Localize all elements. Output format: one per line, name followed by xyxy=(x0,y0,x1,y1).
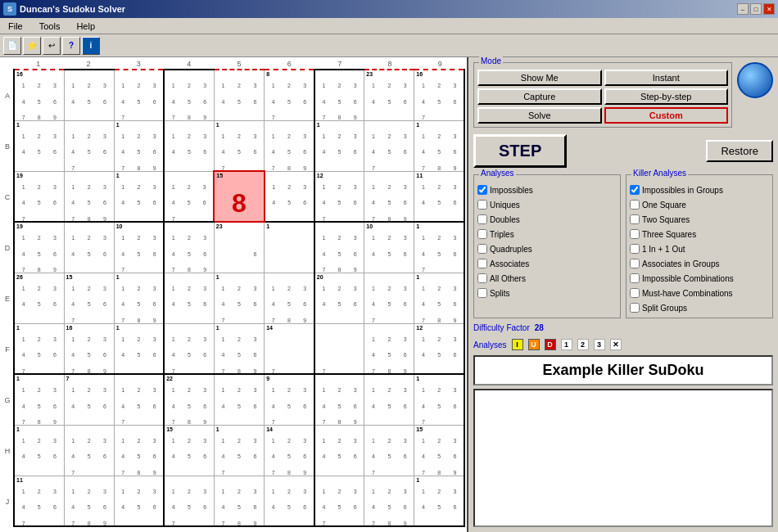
cell-4-5[interactable]: 123456789 xyxy=(265,273,314,323)
cell-0-6[interactable]: 123456789 xyxy=(314,70,364,120)
cell-1-6[interactable]: 1123456 xyxy=(314,120,364,171)
cell-2-0[interactable]: 191234567 xyxy=(14,171,64,222)
capture-button[interactable]: Capture xyxy=(477,88,602,105)
cell-8-6[interactable]: 1234567 xyxy=(314,476,364,526)
cell-4-6[interactable]: 20123456 xyxy=(314,273,364,323)
cell-7-7[interactable]: 1234567 xyxy=(364,425,414,476)
cell-3-2[interactable]: 101234567 xyxy=(114,222,164,273)
cell-7-0[interactable]: 1123456 xyxy=(14,425,64,476)
cell-5-5[interactable]: 147 xyxy=(265,323,314,374)
cell-0-0[interactable]: 16123456789 xyxy=(14,70,64,120)
cell-3-5[interactable]: 1 xyxy=(265,222,314,273)
menu-file[interactable]: File xyxy=(3,20,28,33)
cell-4-3[interactable]: 123456 xyxy=(164,273,214,323)
cell-3-8[interactable]: 11234567 xyxy=(414,222,464,273)
cell-4-0[interactable]: 26123456 xyxy=(14,273,64,323)
analyses-checkbox-0[interactable] xyxy=(477,185,487,195)
analyses-checkbox-4[interactable] xyxy=(477,244,487,254)
cell-4-1[interactable]: 151234567 xyxy=(64,273,114,323)
cell-8-4[interactable]: 123456789 xyxy=(214,476,264,526)
close-button[interactable]: ✕ xyxy=(763,3,775,15)
cell-1-4[interactable]: 11234567 xyxy=(214,120,264,171)
cell-8-5[interactable]: 123456 xyxy=(265,476,314,526)
cell-7-1[interactable]: 1234567 xyxy=(64,425,114,476)
cell-1-8[interactable]: 1123456789 xyxy=(414,120,464,171)
cell-4-7[interactable]: 1234567 xyxy=(364,273,414,323)
cell-5-4[interactable]: 1123456789 xyxy=(214,323,264,374)
info-button[interactable]: i xyxy=(82,37,100,55)
new-button[interactable]: 📄 xyxy=(3,37,21,55)
cell-1-7[interactable]: 1234567 xyxy=(364,120,414,171)
cell-1-1[interactable]: 1234567 xyxy=(64,120,114,171)
step-by-step-button[interactable]: Step-by-step xyxy=(604,88,729,105)
menu-tools[interactable]: Tools xyxy=(34,20,66,33)
cell-6-0[interactable]: 1123456789 xyxy=(14,374,64,425)
analyses-checkbox-6[interactable] xyxy=(477,273,487,283)
cell-2-5[interactable]: 123456 xyxy=(265,171,314,222)
cell-0-1[interactable]: 123456 xyxy=(64,70,114,120)
restore-button[interactable]: Restore xyxy=(706,140,773,162)
killer-checkbox-8[interactable] xyxy=(630,303,640,313)
cell-2-2[interactable]: 1123456 xyxy=(114,171,164,222)
killer-checkbox-3[interactable] xyxy=(630,229,640,239)
cell-2-3[interactable]: 1234567 xyxy=(164,171,214,222)
cell-7-3[interactable]: 15123456 xyxy=(164,425,214,476)
sudoku-grid[interactable]: 1612345678912345612345671234567891234568… xyxy=(13,69,465,527)
undo-button[interactable]: ↩ xyxy=(43,37,61,55)
cell-8-0[interactable]: 111234567 xyxy=(14,476,64,526)
cell-6-3[interactable]: 22123456789 xyxy=(164,374,214,425)
cell-5-3[interactable]: 1234567 xyxy=(164,323,214,374)
analyses-checkbox-7[interactable] xyxy=(477,288,487,298)
cell-0-3[interactable]: 123456789 xyxy=(164,70,214,120)
cell-1-5[interactable]: 123456789 xyxy=(265,120,314,171)
cell-2-6[interactable]: 121234567 xyxy=(314,171,364,222)
cell-0-8[interactable]: 161234567 xyxy=(414,70,464,120)
cell-3-0[interactable]: 19123456789 xyxy=(14,222,64,273)
cell-2-7[interactable]: 123456789 xyxy=(364,171,414,222)
globe-icon[interactable] xyxy=(737,62,773,98)
cell-2-8[interactable]: 11123456 xyxy=(414,171,464,222)
cell-4-8[interactable]: 1123456789 xyxy=(414,273,464,323)
cell-3-4[interactable]: 236 xyxy=(214,222,264,273)
cell-7-8[interactable]: 15123456789 xyxy=(414,425,464,476)
analyses-checkbox-2[interactable] xyxy=(477,214,487,224)
killer-checkbox-1[interactable] xyxy=(630,200,640,210)
cell-3-1[interactable]: 123456 xyxy=(64,222,114,273)
cell-5-1[interactable]: 16123456789 xyxy=(64,323,114,374)
help-button[interactable]: ? xyxy=(62,37,80,55)
custom-button[interactable]: Custom xyxy=(604,107,729,124)
cell-5-6[interactable]: 7 xyxy=(314,323,364,374)
cell-7-2[interactable]: 123456789 xyxy=(114,425,164,476)
killer-checkbox-2[interactable] xyxy=(630,214,640,224)
cell-7-6[interactable]: 123456 xyxy=(314,425,364,476)
analyses-checkbox-1[interactable] xyxy=(477,200,487,210)
cell-0-4[interactable]: 123456 xyxy=(214,70,264,120)
instant-button[interactable]: Instant xyxy=(604,70,729,86)
cell-7-4[interactable]: 11234567 xyxy=(214,425,264,476)
killer-checkbox-0[interactable] xyxy=(630,185,640,195)
solve-button[interactable]: Solve xyxy=(477,107,602,124)
minimize-button[interactable]: – xyxy=(737,3,749,15)
cell-6-4[interactable]: 123456 xyxy=(214,374,264,425)
cell-0-5[interactable]: 81234567 xyxy=(265,70,314,120)
cell-2-4[interactable]: 158 xyxy=(214,171,264,222)
cell-8-7[interactable]: 123456789 xyxy=(364,476,414,526)
cell-5-0[interactable]: 11234567 xyxy=(14,323,64,374)
cell-6-1[interactable]: 7123456 xyxy=(64,374,114,425)
cell-5-8[interactable]: 12123456 xyxy=(414,323,464,374)
step-button[interactable]: STEP xyxy=(473,134,567,168)
cell-6-5[interactable]: 91234567 xyxy=(265,374,314,425)
cell-6-7[interactable]: 123456 xyxy=(364,374,414,425)
killer-checkbox-6[interactable] xyxy=(630,273,640,283)
cell-2-1[interactable]: 123456789 xyxy=(64,171,114,222)
star-button[interactable]: ⭐ xyxy=(23,37,41,55)
cell-8-2[interactable]: 123456 xyxy=(114,476,164,526)
killer-checkbox-7[interactable] xyxy=(630,288,640,298)
cell-6-8[interactable]: 11234567 xyxy=(414,374,464,425)
show-me-button[interactable]: Show Me xyxy=(477,70,602,86)
cell-8-3[interactable]: 1234567 xyxy=(164,476,214,526)
analyses-checkbox-5[interactable] xyxy=(477,259,487,268)
cell-6-6[interactable]: 123456789 xyxy=(314,374,364,425)
cell-4-4[interactable]: 11234567 xyxy=(214,273,264,323)
maximize-button[interactable]: □ xyxy=(750,3,762,15)
